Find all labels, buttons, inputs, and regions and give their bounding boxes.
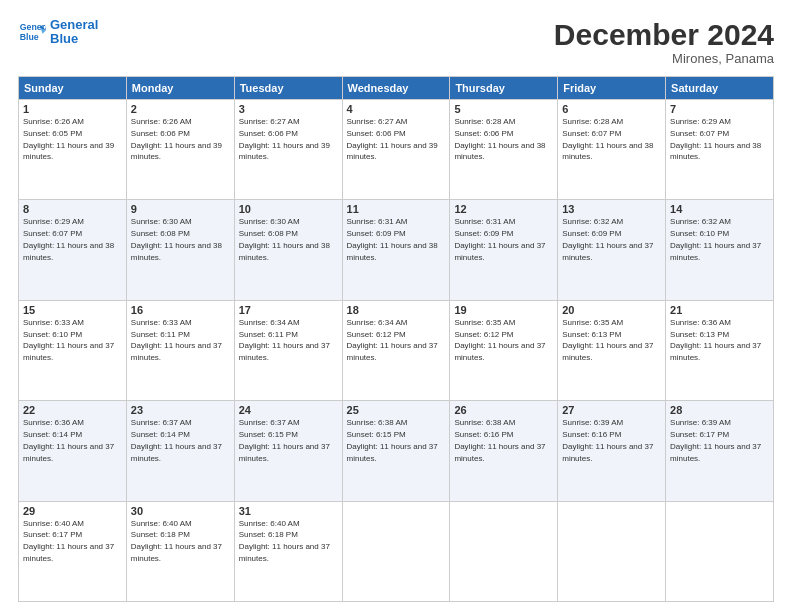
cell-info: Sunrise: 6:40 AMSunset: 6:17 PMDaylight:… — [23, 519, 114, 563]
cell-info: Sunrise: 6:36 AMSunset: 6:14 PMDaylight:… — [23, 418, 114, 462]
calendar-cell: 15Sunrise: 6:33 AMSunset: 6:10 PMDayligh… — [19, 300, 127, 400]
calendar-cell: 28Sunrise: 6:39 AMSunset: 6:17 PMDayligh… — [666, 401, 774, 501]
day-number: 22 — [23, 404, 122, 416]
day-number: 25 — [347, 404, 446, 416]
day-number: 1 — [23, 103, 122, 115]
calendar-cell: 31Sunrise: 6:40 AMSunset: 6:18 PMDayligh… — [234, 501, 342, 601]
cell-info: Sunrise: 6:30 AMSunset: 6:08 PMDaylight:… — [239, 217, 330, 261]
day-number: 2 — [131, 103, 230, 115]
calendar-cell: 14Sunrise: 6:32 AMSunset: 6:10 PMDayligh… — [666, 200, 774, 300]
day-number: 29 — [23, 505, 122, 517]
calendar-cell: 1Sunrise: 6:26 AMSunset: 6:05 PMDaylight… — [19, 100, 127, 200]
calendar-cell: 18Sunrise: 6:34 AMSunset: 6:12 PMDayligh… — [342, 300, 450, 400]
weekday-header-saturday: Saturday — [666, 77, 774, 100]
day-number: 8 — [23, 203, 122, 215]
calendar-cell: 12Sunrise: 6:31 AMSunset: 6:09 PMDayligh… — [450, 200, 558, 300]
cell-info: Sunrise: 6:26 AMSunset: 6:05 PMDaylight:… — [23, 117, 114, 161]
calendar-cell: 13Sunrise: 6:32 AMSunset: 6:09 PMDayligh… — [558, 200, 666, 300]
cell-info: Sunrise: 6:32 AMSunset: 6:10 PMDaylight:… — [670, 217, 761, 261]
calendar-cell: 6Sunrise: 6:28 AMSunset: 6:07 PMDaylight… — [558, 100, 666, 200]
calendar-cell: 17Sunrise: 6:34 AMSunset: 6:11 PMDayligh… — [234, 300, 342, 400]
calendar-cell: 29Sunrise: 6:40 AMSunset: 6:17 PMDayligh… — [19, 501, 127, 601]
logo-text-blue: Blue — [50, 32, 98, 46]
calendar-cell: 7Sunrise: 6:29 AMSunset: 6:07 PMDaylight… — [666, 100, 774, 200]
day-number: 20 — [562, 304, 661, 316]
calendar-cell: 8Sunrise: 6:29 AMSunset: 6:07 PMDaylight… — [19, 200, 127, 300]
day-number: 31 — [239, 505, 338, 517]
day-number: 3 — [239, 103, 338, 115]
calendar-cell: 27Sunrise: 6:39 AMSunset: 6:16 PMDayligh… — [558, 401, 666, 501]
logo-icon: General Blue — [18, 18, 46, 46]
day-number: 10 — [239, 203, 338, 215]
cell-info: Sunrise: 6:40 AMSunset: 6:18 PMDaylight:… — [239, 519, 330, 563]
cell-info: Sunrise: 6:26 AMSunset: 6:06 PMDaylight:… — [131, 117, 222, 161]
calendar-cell: 5Sunrise: 6:28 AMSunset: 6:06 PMDaylight… — [450, 100, 558, 200]
cell-info: Sunrise: 6:40 AMSunset: 6:18 PMDaylight:… — [131, 519, 222, 563]
calendar-cell: 19Sunrise: 6:35 AMSunset: 6:12 PMDayligh… — [450, 300, 558, 400]
cell-info: Sunrise: 6:39 AMSunset: 6:16 PMDaylight:… — [562, 418, 653, 462]
cell-info: Sunrise: 6:31 AMSunset: 6:09 PMDaylight:… — [454, 217, 545, 261]
calendar-cell: 30Sunrise: 6:40 AMSunset: 6:18 PMDayligh… — [126, 501, 234, 601]
weekday-header-thursday: Thursday — [450, 77, 558, 100]
header: General Blue General Blue December 2024 … — [18, 18, 774, 66]
day-number: 7 — [670, 103, 769, 115]
cell-info: Sunrise: 6:35 AMSunset: 6:12 PMDaylight:… — [454, 318, 545, 362]
weekday-header-sunday: Sunday — [19, 77, 127, 100]
logo: General Blue General Blue — [18, 18, 98, 47]
day-number: 26 — [454, 404, 553, 416]
calendar-cell: 26Sunrise: 6:38 AMSunset: 6:16 PMDayligh… — [450, 401, 558, 501]
cell-info: Sunrise: 6:33 AMSunset: 6:10 PMDaylight:… — [23, 318, 114, 362]
cell-info: Sunrise: 6:32 AMSunset: 6:09 PMDaylight:… — [562, 217, 653, 261]
cell-info: Sunrise: 6:29 AMSunset: 6:07 PMDaylight:… — [23, 217, 114, 261]
cell-info: Sunrise: 6:27 AMSunset: 6:06 PMDaylight:… — [347, 117, 438, 161]
month-title: December 2024 — [554, 18, 774, 51]
day-number: 16 — [131, 304, 230, 316]
cell-info: Sunrise: 6:33 AMSunset: 6:11 PMDaylight:… — [131, 318, 222, 362]
calendar-cell: 25Sunrise: 6:38 AMSunset: 6:15 PMDayligh… — [342, 401, 450, 501]
calendar-cell: 4Sunrise: 6:27 AMSunset: 6:06 PMDaylight… — [342, 100, 450, 200]
calendar-week-row: 15Sunrise: 6:33 AMSunset: 6:10 PMDayligh… — [19, 300, 774, 400]
day-number: 13 — [562, 203, 661, 215]
cell-info: Sunrise: 6:37 AMSunset: 6:14 PMDaylight:… — [131, 418, 222, 462]
day-number: 6 — [562, 103, 661, 115]
day-number: 23 — [131, 404, 230, 416]
calendar-cell — [450, 501, 558, 601]
day-number: 21 — [670, 304, 769, 316]
cell-info: Sunrise: 6:39 AMSunset: 6:17 PMDaylight:… — [670, 418, 761, 462]
calendar-cell: 2Sunrise: 6:26 AMSunset: 6:06 PMDaylight… — [126, 100, 234, 200]
weekday-header-friday: Friday — [558, 77, 666, 100]
cell-info: Sunrise: 6:30 AMSunset: 6:08 PMDaylight:… — [131, 217, 222, 261]
cell-info: Sunrise: 6:38 AMSunset: 6:16 PMDaylight:… — [454, 418, 545, 462]
day-number: 18 — [347, 304, 446, 316]
calendar-cell: 23Sunrise: 6:37 AMSunset: 6:14 PMDayligh… — [126, 401, 234, 501]
cell-info: Sunrise: 6:27 AMSunset: 6:06 PMDaylight:… — [239, 117, 330, 161]
cell-info: Sunrise: 6:37 AMSunset: 6:15 PMDaylight:… — [239, 418, 330, 462]
day-number: 24 — [239, 404, 338, 416]
calendar-cell: 11Sunrise: 6:31 AMSunset: 6:09 PMDayligh… — [342, 200, 450, 300]
day-number: 14 — [670, 203, 769, 215]
calendar-page: General Blue General Blue December 2024 … — [0, 0, 792, 612]
calendar-cell — [666, 501, 774, 601]
calendar-cell: 21Sunrise: 6:36 AMSunset: 6:13 PMDayligh… — [666, 300, 774, 400]
day-number: 9 — [131, 203, 230, 215]
weekday-header-tuesday: Tuesday — [234, 77, 342, 100]
day-number: 28 — [670, 404, 769, 416]
weekday-header-row: SundayMondayTuesdayWednesdayThursdayFrid… — [19, 77, 774, 100]
day-number: 17 — [239, 304, 338, 316]
calendar-week-row: 1Sunrise: 6:26 AMSunset: 6:05 PMDaylight… — [19, 100, 774, 200]
title-block: December 2024 Mirones, Panama — [554, 18, 774, 66]
cell-info: Sunrise: 6:36 AMSunset: 6:13 PMDaylight:… — [670, 318, 761, 362]
calendar-week-row: 29Sunrise: 6:40 AMSunset: 6:17 PMDayligh… — [19, 501, 774, 601]
day-number: 12 — [454, 203, 553, 215]
calendar-table: SundayMondayTuesdayWednesdayThursdayFrid… — [18, 76, 774, 602]
cell-info: Sunrise: 6:28 AMSunset: 6:06 PMDaylight:… — [454, 117, 545, 161]
day-number: 5 — [454, 103, 553, 115]
location: Mirones, Panama — [554, 51, 774, 66]
day-number: 27 — [562, 404, 661, 416]
cell-info: Sunrise: 6:35 AMSunset: 6:13 PMDaylight:… — [562, 318, 653, 362]
calendar-cell: 20Sunrise: 6:35 AMSunset: 6:13 PMDayligh… — [558, 300, 666, 400]
calendar-cell — [558, 501, 666, 601]
cell-info: Sunrise: 6:31 AMSunset: 6:09 PMDaylight:… — [347, 217, 438, 261]
cell-info: Sunrise: 6:34 AMSunset: 6:11 PMDaylight:… — [239, 318, 330, 362]
day-number: 4 — [347, 103, 446, 115]
